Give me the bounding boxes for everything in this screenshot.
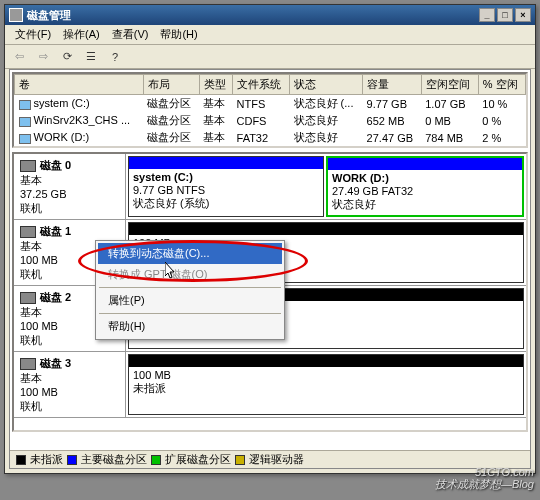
disk-icon (20, 292, 36, 304)
disk-header[interactable]: 磁盘 3基本100 MB联机 (14, 352, 126, 417)
menu-item[interactable]: 转换到动态磁盘(C)... (98, 243, 282, 264)
legend-extended: 扩展磁盘分区 (165, 452, 231, 467)
watermark-line1: 51CTO.com (435, 466, 534, 478)
menu-file[interactable]: 文件(F) (9, 25, 57, 44)
menu-item[interactable]: 帮助(H) (98, 316, 282, 337)
legend-logical: 逻辑驱动器 (249, 452, 304, 467)
menu-help[interactable]: 帮助(H) (154, 25, 203, 44)
titlebar[interactable]: 磁盘管理 _ □ × (5, 5, 535, 25)
menu-item[interactable]: 属性(P) (98, 290, 282, 311)
volume-table[interactable]: 卷布局类型文件系统状态容量空闲空间% 空闲 system (C:)磁盘分区基本N… (14, 74, 526, 146)
partition[interactable]: WORK (D:)27.49 GB FAT32状态良好 (326, 156, 524, 217)
volume-row[interactable]: WORK (D:)磁盘分区基本FAT32状态良好27.47 GB784 MB2 … (15, 129, 526, 146)
col-free[interactable]: 空闲空间 (421, 75, 478, 95)
col-volume[interactable]: 卷 (15, 75, 144, 95)
disk-header[interactable]: 磁盘 0基本37.25 GB联机 (14, 154, 126, 219)
watermark-line2: 技术成就梦想—Blog (435, 478, 534, 490)
app-icon (9, 8, 23, 22)
col-layout[interactable]: 布局 (143, 75, 199, 95)
refresh-button[interactable]: ⟳ (57, 47, 77, 67)
legend-primary: 主要磁盘分区 (81, 452, 147, 467)
legend-swatch-logical (235, 455, 245, 465)
legend-swatch-primary (67, 455, 77, 465)
toolbar: ⇦ ⇨ ⟳ ☰ ? (5, 45, 535, 69)
window-title: 磁盘管理 (27, 8, 479, 23)
close-button[interactable]: × (515, 8, 531, 22)
menu-item: 转换成 GPT 磁盘(O) (98, 264, 282, 285)
volume-list: 卷布局类型文件系统状态容量空闲空间% 空闲 system (C:)磁盘分区基本N… (12, 72, 528, 148)
context-menu: 转换到动态磁盘(C)...转换成 GPT 磁盘(O)属性(P)帮助(H) (95, 240, 285, 340)
legend-swatch-unalloc (16, 455, 26, 465)
col-capacity[interactable]: 容量 (363, 75, 422, 95)
col-fs[interactable]: 文件系统 (233, 75, 290, 95)
legend-unalloc: 未指派 (30, 452, 63, 467)
volume-icon (19, 117, 31, 127)
disk-icon (20, 358, 36, 370)
disk-icon (20, 226, 36, 238)
volume-row[interactable]: system (C:)磁盘分区基本NTFS状态良好 (...9.77 GB1.0… (15, 95, 526, 113)
partition[interactable]: 100 MB未指派 (128, 354, 524, 415)
properties-button[interactable]: ☰ (81, 47, 101, 67)
watermark: 51CTO.com 技术成就梦想—Blog (435, 466, 534, 490)
maximize-button[interactable]: □ (497, 8, 513, 22)
disk-icon (20, 160, 36, 172)
menubar: 文件(F) 操作(A) 查看(V) 帮助(H) (5, 25, 535, 45)
col-status[interactable]: 状态 (290, 75, 363, 95)
help-button[interactable]: ? (105, 47, 125, 67)
disk-row: 磁盘 3基本100 MB联机100 MB未指派 (14, 352, 526, 418)
minimize-button[interactable]: _ (479, 8, 495, 22)
back-button[interactable]: ⇦ (9, 47, 29, 67)
legend-swatch-extended (151, 455, 161, 465)
forward-button[interactable]: ⇨ (33, 47, 53, 67)
partition[interactable]: system (C:)9.77 GB NTFS状态良好 (系统) (128, 156, 324, 217)
volume-row[interactable]: WinSrv2K3_CHS ...磁盘分区基本CDFS状态良好652 MB0 M… (15, 112, 526, 129)
col-type[interactable]: 类型 (199, 75, 232, 95)
volume-icon (19, 100, 31, 110)
disk-row: 磁盘 0基本37.25 GB联机system (C:)9.77 GB NTFS状… (14, 154, 526, 220)
disk-management-window: 磁盘管理 _ □ × 文件(F) 操作(A) 查看(V) 帮助(H) ⇦ ⇨ ⟳… (4, 4, 536, 474)
col-pct[interactable]: % 空闲 (478, 75, 525, 95)
volume-icon (19, 134, 31, 144)
menu-view[interactable]: 查看(V) (106, 25, 155, 44)
menu-action[interactable]: 操作(A) (57, 25, 106, 44)
